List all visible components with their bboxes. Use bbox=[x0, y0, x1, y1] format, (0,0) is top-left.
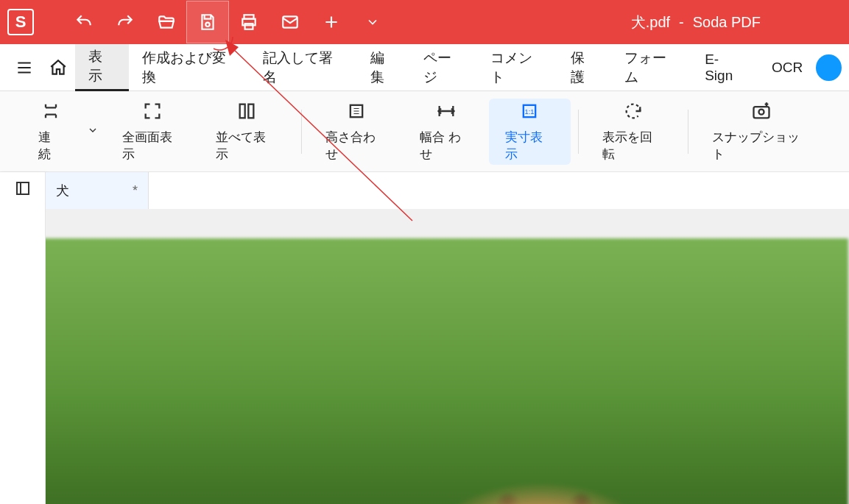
titlebar: S 犬.pdf - Soda PDF bbox=[0, 0, 849, 44]
menu-create-convert[interactable]: 作成および変換 bbox=[129, 44, 250, 91]
fit-width-button[interactable]: 幅合 わせ bbox=[404, 99, 489, 165]
undo-button[interactable] bbox=[63, 1, 105, 43]
snapshot-button[interactable]: スナップショット bbox=[696, 99, 827, 165]
home-button[interactable] bbox=[41, 50, 75, 85]
svg-point-0 bbox=[205, 23, 209, 26]
menu-page[interactable]: ページ bbox=[410, 44, 477, 91]
side-gutter bbox=[0, 209, 46, 504]
print-button[interactable] bbox=[228, 1, 270, 43]
view-toolbar: 連続 全画面表示 並べて表示 高さ合わせ 幅合 わせ 1:1 実寸表示 表示を回… bbox=[0, 91, 849, 172]
svg-rect-5 bbox=[240, 104, 245, 118]
menu-protect[interactable]: 保護 bbox=[557, 44, 611, 91]
account-avatar[interactable] bbox=[816, 54, 842, 81]
doc-tab-name: 犬 bbox=[56, 182, 69, 199]
appname-label: Soda PDF bbox=[693, 14, 761, 31]
menu-ocr[interactable]: OCR bbox=[758, 44, 816, 91]
side-panel-tabs bbox=[0, 172, 46, 209]
separator bbox=[301, 110, 302, 154]
doc-modified-indicator: * bbox=[133, 183, 138, 199]
fit-width-label: 幅合 わせ bbox=[420, 129, 473, 163]
filename-label: 犬.pdf bbox=[631, 13, 670, 32]
separator bbox=[688, 110, 688, 154]
rotate-button[interactable]: 表示を回転 bbox=[586, 99, 680, 165]
snapshot-label: スナップショット bbox=[712, 129, 811, 163]
menu-esign[interactable]: E-Sign bbox=[691, 44, 758, 91]
svg-rect-10 bbox=[753, 107, 769, 118]
rotate-label: 表示を回転 bbox=[602, 129, 664, 163]
app-logo[interactable]: S bbox=[7, 9, 34, 35]
continuous-dropdown[interactable] bbox=[80, 124, 106, 139]
pdf-page-image bbox=[46, 238, 848, 504]
fullscreen-label: 全画面表示 bbox=[122, 129, 184, 163]
menu-fill-sign[interactable]: 記入して署名 bbox=[250, 44, 357, 91]
email-button[interactable] bbox=[270, 1, 311, 43]
menu-view[interactable]: 表示 bbox=[75, 44, 129, 91]
menu-form[interactable]: フォーム bbox=[611, 44, 691, 91]
continuous-label: 連続 bbox=[38, 129, 63, 163]
separator bbox=[578, 110, 579, 154]
hamburger-menu[interactable] bbox=[7, 50, 41, 85]
menubar: 表示 作成および変換 記入して署名 編集 ページ コメント 保護 フォーム E-… bbox=[0, 44, 849, 91]
panel-toggle-button[interactable] bbox=[10, 180, 36, 197]
fit-height-button[interactable]: 高さ合わせ bbox=[309, 99, 404, 165]
continuous-button[interactable]: 連続 bbox=[22, 99, 80, 165]
document-tab[interactable]: 犬 * bbox=[46, 172, 149, 209]
svg-text:1:1: 1:1 bbox=[525, 107, 535, 115]
new-button[interactable] bbox=[311, 1, 352, 43]
actual-size-label: 実寸表示 bbox=[505, 129, 554, 163]
window-title: 犬.pdf - Soda PDF bbox=[631, 13, 761, 32]
more-dropdown[interactable] bbox=[352, 1, 393, 43]
document-tabs: 犬 * bbox=[46, 172, 849, 209]
svg-point-11 bbox=[758, 109, 764, 114]
fullscreen-button[interactable]: 全画面表示 bbox=[106, 99, 200, 165]
svg-rect-12 bbox=[17, 182, 29, 194]
redo-button[interactable] bbox=[105, 1, 146, 43]
document-viewport[interactable] bbox=[46, 209, 849, 504]
tile-label: 並べて表示 bbox=[216, 129, 278, 163]
open-button[interactable] bbox=[146, 1, 187, 43]
save-button[interactable] bbox=[187, 1, 228, 43]
menu-edit[interactable]: 編集 bbox=[357, 44, 411, 91]
svg-rect-6 bbox=[249, 104, 254, 118]
actual-size-button[interactable]: 1:1 実寸表示 bbox=[489, 99, 571, 165]
tile-button[interactable]: 並べて表示 bbox=[200, 99, 294, 165]
title-sep: - bbox=[679, 14, 684, 31]
fit-height-label: 高さ合わせ bbox=[325, 129, 387, 163]
menu-comment[interactable]: コメント bbox=[477, 44, 557, 91]
